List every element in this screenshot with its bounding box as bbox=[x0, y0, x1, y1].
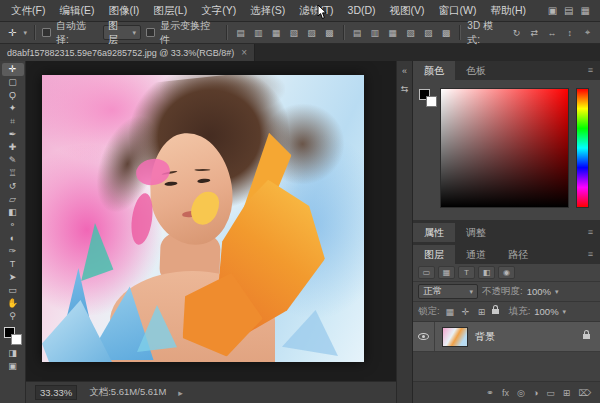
distribute-center-v-icon[interactable]: ▥ bbox=[368, 28, 381, 38]
menu-file[interactable]: 文件(F) bbox=[4, 0, 52, 21]
tab-color[interactable]: 颜色 bbox=[413, 61, 455, 80]
color-panel-swatches[interactable] bbox=[419, 89, 437, 107]
distribute-top-icon[interactable]: ▤ bbox=[351, 28, 364, 38]
delete-layer-icon[interactable]: ⌦ bbox=[578, 388, 591, 398]
tab-layers[interactable]: 图层 bbox=[413, 245, 455, 264]
3d-roll-icon[interactable]: ⇄ bbox=[528, 28, 541, 38]
gradient-tool[interactable]: ◧ bbox=[2, 206, 24, 219]
lasso-tool[interactable]: Ϙ bbox=[2, 89, 24, 102]
document-tab[interactable]: d8abf157882315.59e76a9285752.jpg @ 33.3%… bbox=[0, 44, 255, 61]
adjustment-layer-icon[interactable]: ◑ bbox=[533, 388, 538, 398]
layout-icon[interactable]: ▤ bbox=[564, 5, 573, 16]
path-selection-tool[interactable]: ➤ bbox=[2, 271, 24, 284]
screen-mode-button[interactable]: ▣ bbox=[2, 360, 24, 373]
background-color-swatch[interactable] bbox=[426, 96, 437, 107]
lock-artboard-icon[interactable]: ⊞ bbox=[476, 307, 488, 317]
clone-stamp-tool[interactable]: ♖ bbox=[2, 167, 24, 180]
crop-tool[interactable]: ⌗ bbox=[2, 115, 24, 128]
blend-mode-dropdown[interactable]: 正常 ▾ bbox=[418, 284, 478, 299]
distribute-right-icon[interactable]: ▩ bbox=[440, 28, 453, 38]
workspace-icon[interactable]: ▣ bbox=[548, 5, 557, 16]
canvas-area[interactable] bbox=[26, 61, 396, 381]
distribute-bottom-icon[interactable]: ▦ bbox=[386, 28, 399, 38]
type-tool[interactable]: T bbox=[2, 258, 24, 271]
filter-smart-objects-icon[interactable]: ◉ bbox=[498, 266, 515, 279]
3d-pan-icon[interactable]: ↔ bbox=[546, 28, 559, 38]
layer-thumbnail[interactable] bbox=[442, 327, 468, 347]
shape-tool[interactable]: ▭ bbox=[2, 284, 24, 297]
panel-menu-icon[interactable]: ≡ bbox=[581, 245, 600, 264]
history-brush-tool[interactable]: ↺ bbox=[2, 180, 24, 193]
menu-select[interactable]: 选择(S) bbox=[243, 0, 292, 21]
layer-group-icon[interactable]: ▭ bbox=[546, 388, 555, 398]
menu-3d[interactable]: 3D(D) bbox=[341, 0, 383, 21]
show-transform-checkbox[interactable] bbox=[146, 28, 155, 37]
align-right-icon[interactable]: ▦ bbox=[270, 28, 283, 38]
tab-paths[interactable]: 路径 bbox=[497, 245, 539, 264]
lock-all-icon[interactable] bbox=[492, 309, 499, 314]
pen-tool[interactable]: ✑ bbox=[2, 245, 24, 258]
tab-adjustments[interactable]: 调整 bbox=[455, 223, 497, 242]
tab-properties[interactable]: 属性 bbox=[413, 223, 455, 242]
align-center-v-icon[interactable]: ▨ bbox=[305, 28, 318, 38]
quick-selection-tool[interactable]: ✦ bbox=[2, 102, 24, 115]
foreground-background-swatches[interactable] bbox=[4, 327, 22, 345]
eraser-tool[interactable]: ▱ bbox=[2, 193, 24, 206]
auto-select-value: 图层 bbox=[108, 19, 128, 47]
tab-channels[interactable]: 通道 bbox=[455, 245, 497, 264]
visibility-cell[interactable] bbox=[413, 322, 435, 351]
filter-adjustment-layers-icon[interactable]: ▦ bbox=[438, 266, 455, 279]
lock-transparency-icon[interactable]: ▦ bbox=[444, 307, 456, 317]
layer-row-background[interactable]: 背景 bbox=[413, 322, 600, 352]
dodge-tool[interactable]: ◐ bbox=[2, 232, 24, 245]
zoom-level-field[interactable]: 33.33% bbox=[35, 385, 77, 400]
align-center-h-icon[interactable]: ▥ bbox=[252, 28, 265, 38]
distribute-center-h-icon[interactable]: ▨ bbox=[422, 28, 435, 38]
healing-brush-tool[interactable]: ✚ bbox=[2, 141, 24, 154]
chevron-down-icon[interactable]: ▾ bbox=[555, 288, 559, 296]
menu-view[interactable]: 视图(V) bbox=[383, 0, 432, 21]
auto-select-checkbox[interactable] bbox=[42, 28, 51, 37]
brush-tool[interactable]: ✎ bbox=[2, 154, 24, 167]
layer-style-icon[interactable]: fx bbox=[502, 388, 509, 398]
move-tool-preset-icon[interactable]: ✛ bbox=[6, 27, 18, 38]
3d-slide-icon[interactable]: ↕ bbox=[563, 28, 576, 38]
link-layers-icon[interactable]: ⚭ bbox=[486, 388, 494, 398]
add-mask-icon[interactable]: ◎ bbox=[517, 388, 525, 398]
status-options-icon[interactable]: ▸ bbox=[178, 388, 183, 398]
fill-value[interactable]: 100% bbox=[534, 306, 558, 317]
blur-tool[interactable]: ⚬ bbox=[2, 219, 24, 232]
saturation-brightness-field[interactable] bbox=[440, 88, 569, 208]
chevron-down-icon[interactable]: ▾ bbox=[23, 29, 27, 37]
chevron-down-icon[interactable]: ▾ bbox=[563, 308, 567, 316]
panel-dock-icon[interactable]: ⇆ bbox=[401, 84, 409, 94]
filter-shape-layers-icon[interactable]: ◧ bbox=[478, 266, 495, 279]
close-tab-icon[interactable]: × bbox=[241, 47, 247, 58]
auto-select-target-dropdown[interactable]: 图层 ▾ bbox=[103, 25, 141, 40]
eye-icon[interactable] bbox=[418, 333, 429, 340]
3d-rotate-icon[interactable]: ↻ bbox=[510, 28, 523, 38]
quick-mask-button[interactable]: ◨ bbox=[2, 347, 24, 360]
align-top-icon[interactable]: ▧ bbox=[287, 28, 300, 38]
new-layer-icon[interactable]: ⊞ bbox=[563, 388, 571, 398]
3d-scale-icon[interactable]: ⌖ bbox=[581, 27, 594, 38]
lock-position-icon[interactable]: ✛ bbox=[460, 307, 472, 317]
collapse-panels-icon[interactable]: « bbox=[402, 66, 407, 76]
filter-pixel-layers-icon[interactable]: ▭ bbox=[418, 266, 435, 279]
move-tool[interactable]: ✛ bbox=[2, 63, 24, 76]
filter-type-layers-icon[interactable]: T bbox=[458, 266, 475, 279]
hand-tool[interactable]: ✋ bbox=[2, 297, 24, 310]
align-left-icon[interactable]: ▤ bbox=[234, 28, 247, 38]
zoom-tool[interactable]: ⚲ bbox=[2, 310, 24, 323]
tab-swatches[interactable]: 色板 bbox=[455, 61, 497, 80]
eyedropper-tool[interactable]: ✒ bbox=[2, 128, 24, 141]
opacity-value[interactable]: 100% bbox=[527, 286, 551, 297]
align-bottom-icon[interactable]: ▩ bbox=[323, 28, 336, 38]
hue-slider[interactable] bbox=[576, 88, 589, 208]
background-color-swatch[interactable] bbox=[11, 334, 22, 345]
panel-menu-icon[interactable]: ≡ bbox=[581, 61, 600, 80]
distribute-left-icon[interactable]: ▧ bbox=[404, 28, 417, 38]
panel-grid-icon[interactable]: ▦ bbox=[581, 5, 590, 16]
panel-menu-icon[interactable]: ≡ bbox=[581, 223, 600, 242]
marquee-tool[interactable]: ▢ bbox=[2, 76, 24, 89]
